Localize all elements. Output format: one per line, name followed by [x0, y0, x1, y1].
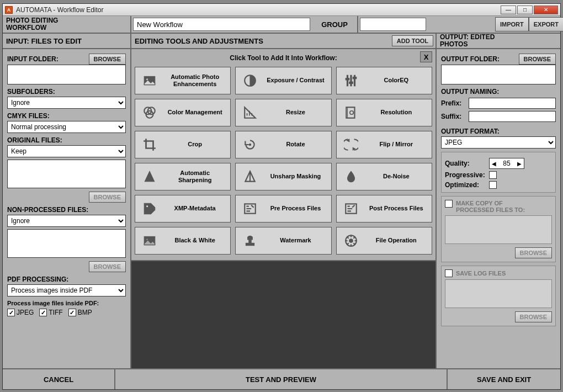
export-button[interactable]: EXPORT [529, 17, 563, 31]
tool-postprocess[interactable]: Post Process Files [336, 195, 432, 223]
output-folder-label: OUTPUT FOLDER: [441, 55, 517, 63]
tool-label: Pre Process Files [262, 205, 328, 212]
original-notes[interactable] [7, 160, 126, 188]
add-tool-button[interactable]: ADD TOOL [392, 35, 433, 46]
close-button[interactable]: ✕ [534, 6, 558, 14]
test-preview-button[interactable]: TEST AND PREVIEW [115, 369, 448, 389]
input-folder-browse[interactable]: BROWSE [89, 54, 126, 65]
resize-icon [238, 105, 262, 120]
tool-label: De-Noise [363, 173, 429, 180]
save-log-check[interactable] [445, 269, 453, 277]
nonproc-notes[interactable] [7, 229, 126, 258]
tool-bw[interactable]: Black & White [135, 227, 231, 255]
app-icon: A [5, 6, 13, 14]
svg-point-14 [249, 144, 251, 145]
tool-preprocess[interactable]: Pre Process Files [235, 195, 331, 223]
tool-enhance[interactable]: Automatic Photo Enhancements [135, 67, 231, 94]
tool-exposure[interactable]: Exposure / Contrast [235, 67, 331, 94]
tools-section-header: EDITING TOOLS AND ADJUSTMENTS ADD TOOL [131, 34, 437, 48]
coloreq-icon [339, 73, 363, 88]
maximize-button[interactable]: □ [517, 6, 533, 14]
tool-crop[interactable]: Crop [135, 131, 231, 158]
tool-palette-header: Click Tool to Add It Into Workflow: [230, 54, 337, 62]
postprocess-icon [339, 202, 363, 216]
tool-unsharp[interactable]: Unsharp Masking [235, 163, 331, 190]
make-copy-field[interactable] [445, 215, 552, 244]
nonproc-browse[interactable]: BROWSE [89, 261, 126, 272]
section-row: INPUT: FILES TO EDIT EDITING TOOLS AND A… [3, 34, 560, 49]
nonproc-select[interactable]: Ignore [7, 215, 126, 227]
tool-sharpen[interactable]: Automatic Sharpening [135, 163, 231, 190]
output-folder-field[interactable] [441, 65, 556, 84]
tools-panel-container: Click Tool to Add It Into Workflow: X Au… [131, 49, 437, 368]
quality-spinner[interactable]: ◀ 85 ▶ [489, 158, 524, 169]
window-title: AUTOMATA - Workflow Editor [16, 6, 103, 14]
pdf-tiff-check[interactable] [39, 309, 47, 316]
svg-rect-6 [346, 78, 349, 80]
cmyk-select[interactable]: Normal processing [7, 121, 126, 133]
pdf-jpeg-check[interactable] [7, 309, 15, 316]
pdf-bmp-check[interactable] [68, 309, 76, 316]
tool-label: Automatic Photo Enhancements [162, 73, 228, 88]
tool-rotate[interactable]: Rotate [235, 131, 331, 158]
tool-xmp[interactable]: XMP-Metadata [135, 195, 231, 223]
optimized-check[interactable] [489, 181, 497, 189]
tool-watermark[interactable]: Watermark [235, 227, 331, 255]
make-copy-browse[interactable]: BROWSE [515, 247, 553, 258]
output-folder-browse[interactable]: BROWSE [519, 54, 556, 65]
workflow-name-input[interactable] [133, 18, 310, 31]
tool-label: Post Process Files [363, 205, 429, 212]
quality-down[interactable]: ◀ [490, 161, 498, 167]
tool-resize[interactable]: Resize [235, 99, 331, 126]
tool-palette-close[interactable]: X [420, 51, 432, 62]
group-input[interactable] [360, 18, 426, 31]
original-label: ORIGINAL FILES: [7, 136, 126, 144]
rotate-icon [238, 137, 262, 152]
input-folder-label: INPUT FOLDER: [7, 55, 87, 63]
save-exit-button[interactable]: SAVE AND EXIT [448, 369, 560, 389]
cancel-button[interactable]: CANCEL [3, 369, 115, 389]
tool-label: Exposure / Contrast [262, 77, 328, 84]
tool-fileop[interactable]: File Operation [336, 227, 432, 255]
tool-flip[interactable]: Flip / Mirror [336, 131, 432, 158]
save-log-field[interactable] [445, 279, 552, 308]
svg-rect-8 [353, 77, 357, 79]
original-select[interactable]: Keep [7, 145, 126, 157]
svg-point-15 [146, 205, 148, 208]
prefix-input[interactable] [469, 98, 556, 109]
svg-rect-7 [349, 82, 353, 83]
tool-resolution[interactable]: Resolution [336, 99, 432, 126]
output-format-select[interactable]: JPEG [441, 136, 556, 149]
input-folder-field[interactable] [7, 65, 126, 84]
svg-rect-3 [347, 75, 348, 86]
output-naming-label: OUTPUT NAMING: [441, 88, 556, 96]
tool-label: Watermark [262, 237, 328, 244]
enhance-icon [137, 73, 162, 88]
subfolders-select[interactable]: Ignore [7, 97, 126, 109]
svg-point-23 [349, 239, 353, 243]
quality-up[interactable]: ▶ [515, 161, 524, 167]
tool-label: Crop [162, 141, 228, 148]
save-log-browse[interactable]: BROWSE [515, 311, 553, 322]
svg-point-13 [349, 111, 353, 115]
output-format-label: OUTPUT FORMAT: [441, 128, 556, 135]
make-copy-check[interactable] [445, 200, 453, 208]
original-browse[interactable]: BROWSE [89, 192, 126, 203]
tool-denoise[interactable]: De-Noise [336, 163, 432, 190]
import-button[interactable]: IMPORT [495, 17, 529, 31]
output-section-header: OUTPUT: EDITED PHOTOS [437, 34, 560, 48]
colormgmt-icon [137, 105, 162, 120]
input-panel: INPUT FOLDER: BROWSE SUBFOLDERS: Ignore … [3, 49, 131, 368]
pdf-select[interactable]: Process images inside PDF [7, 284, 126, 296]
tool-label: Color Management [162, 109, 228, 116]
tool-label: Flip / Mirror [363, 141, 429, 148]
denoise-icon [339, 169, 363, 184]
tool-label: Rotate [262, 141, 328, 148]
preprocess-icon [238, 202, 262, 216]
progressive-check[interactable] [489, 171, 497, 179]
tool-colormgmt[interactable]: Color Management [135, 99, 231, 126]
tool-coloreq[interactable]: ColorEQ [336, 67, 432, 94]
minimize-button[interactable]: — [501, 6, 516, 14]
suffix-input[interactable] [469, 111, 556, 122]
input-section-header: INPUT: FILES TO EDIT [3, 34, 131, 48]
